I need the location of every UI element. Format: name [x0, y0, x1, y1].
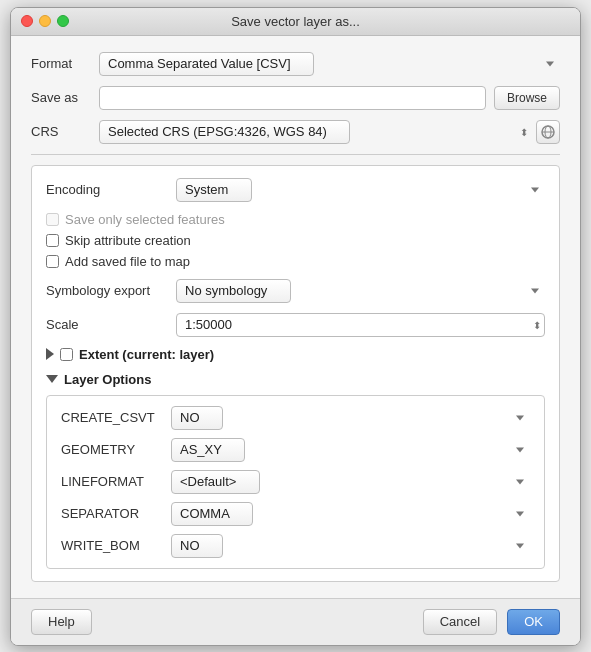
layer-options-title: Layer Options	[64, 372, 151, 387]
encoding-select-wrap: System	[176, 178, 545, 202]
layer-opt-label-4: WRITE_BOM	[61, 538, 171, 553]
layer-opt-label-3: SEPARATOR	[61, 506, 171, 521]
layer-opt-select-wrap-1: AS_XY	[171, 438, 530, 462]
skip-attr-label: Skip attribute creation	[65, 233, 191, 248]
add-file-label: Add saved file to map	[65, 254, 190, 269]
format-row: Format Comma Separated Value [CSV] // We…	[31, 52, 560, 76]
crs-label: CRS	[31, 124, 99, 139]
crs-icon-button[interactable]	[536, 120, 560, 144]
close-button[interactable]	[21, 15, 33, 27]
cancel-button[interactable]: Cancel	[423, 609, 497, 635]
save-selected-checkbox[interactable]	[46, 213, 59, 226]
save-as-input[interactable]	[99, 86, 486, 110]
save-as-label: Save as	[31, 90, 99, 105]
browse-button[interactable]: Browse	[494, 86, 560, 110]
layer-options-toggle-icon[interactable]	[46, 375, 58, 383]
symbology-select[interactable]: No symbology	[176, 279, 291, 303]
extent-checkbox-wrap: Extent (current: layer)	[60, 347, 214, 362]
main-window: Save vector layer as... Format Comma Sep…	[10, 7, 581, 646]
encoding-label: Encoding	[46, 182, 176, 197]
layer-opt-select-wrap-4: NO	[171, 534, 530, 558]
symbology-label: Symbology export	[46, 283, 176, 298]
footer-right: Cancel OK	[423, 609, 560, 635]
encoding-select[interactable]: System	[176, 178, 252, 202]
layer-opt-select-wrap-2: <Default>	[171, 470, 530, 494]
layer-opt-select-3[interactable]: COMMA	[171, 502, 253, 526]
skip-attr-checkbox[interactable]	[46, 234, 59, 247]
format-label: Format	[31, 56, 99, 71]
options-panel: Encoding System Save only selected featu…	[31, 165, 560, 582]
save-selected-row: Save only selected features	[46, 212, 545, 227]
window-title: Save vector layer as...	[231, 14, 360, 29]
scale-input[interactable]	[176, 313, 545, 337]
crs-control: Selected CRS (EPSG:4326, WGS 84)	[99, 120, 560, 144]
layer-opt-label-1: GEOMETRY	[61, 442, 171, 457]
save-as-row: Save as Browse	[31, 86, 560, 110]
encoding-row: Encoding System	[46, 178, 545, 202]
layer-opt-row-3: SEPARATOR COMMA	[61, 502, 530, 526]
crs-select[interactable]: Selected CRS (EPSG:4326, WGS 84)	[99, 120, 350, 144]
layer-opt-row-0: CREATE_CSVT NO	[61, 406, 530, 430]
format-select[interactable]: Comma Separated Value [CSV]	[99, 52, 314, 76]
layer-opt-label-0: CREATE_CSVT	[61, 410, 171, 425]
symbology-row: Symbology export No symbology	[46, 279, 545, 303]
extent-toggle-icon[interactable]	[46, 348, 54, 360]
main-content: Format Comma Separated Value [CSV] // We…	[11, 36, 580, 598]
layer-options-header: Layer Options	[46, 372, 545, 387]
format-select-wrap: Comma Separated Value [CSV] // We'll set…	[99, 52, 560, 76]
format-control: Comma Separated Value [CSV] // We'll set…	[99, 52, 560, 76]
extent-checkbox[interactable]	[60, 348, 73, 361]
save-as-control: Browse	[99, 86, 560, 110]
layer-opt-row-4: WRITE_BOM NO	[61, 534, 530, 558]
layer-opt-select-1[interactable]: AS_XY	[171, 438, 245, 462]
layer-opt-select-4[interactable]: NO	[171, 534, 223, 558]
skip-attr-row: Skip attribute creation	[46, 233, 545, 248]
layer-opt-select-wrap-3: COMMA	[171, 502, 530, 526]
scale-spinbox-wrap	[176, 313, 545, 337]
titlebar: Save vector layer as...	[11, 8, 580, 36]
add-file-checkbox[interactable]	[46, 255, 59, 268]
ok-button[interactable]: OK	[507, 609, 560, 635]
traffic-lights	[21, 15, 69, 27]
layer-opt-select-wrap-0: NO	[171, 406, 530, 430]
divider-1	[31, 154, 560, 155]
layer-opt-row-1: GEOMETRY AS_XY	[61, 438, 530, 462]
symbology-select-wrap: No symbology	[176, 279, 545, 303]
help-button[interactable]: Help	[31, 609, 92, 635]
layer-options-panel: CREATE_CSVT NO GEOMETRY AS_XY	[46, 395, 545, 569]
minimize-button[interactable]	[39, 15, 51, 27]
extent-header: Extent (current: layer)	[46, 347, 545, 362]
crs-select-wrap: Selected CRS (EPSG:4326, WGS 84)	[99, 120, 532, 144]
maximize-button[interactable]	[57, 15, 69, 27]
extent-label: Extent (current: layer)	[79, 347, 214, 362]
layer-options-section: Layer Options CREATE_CSVT NO G	[46, 372, 545, 569]
scale-label: Scale	[46, 317, 176, 332]
footer: Help Cancel OK	[11, 598, 580, 645]
scale-row: Scale	[46, 313, 545, 337]
save-selected-label: Save only selected features	[65, 212, 225, 227]
add-file-row: Add saved file to map	[46, 254, 545, 269]
crs-row: CRS Selected CRS (EPSG:4326, WGS 84)	[31, 120, 560, 144]
layer-opt-select-0[interactable]: NO	[171, 406, 223, 430]
layer-opt-label-2: LINEFORMAT	[61, 474, 171, 489]
layer-opt-row-2: LINEFORMAT <Default>	[61, 470, 530, 494]
layer-opt-select-2[interactable]: <Default>	[171, 470, 260, 494]
